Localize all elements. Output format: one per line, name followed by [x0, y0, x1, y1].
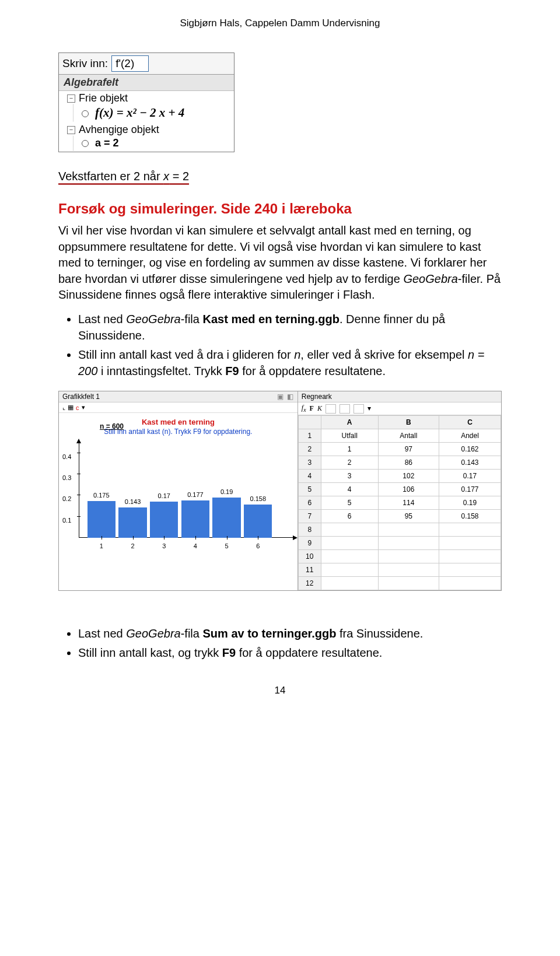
visibility-dot-icon[interactable]: [82, 140, 89, 147]
data-cell[interactable]: 0.177: [439, 482, 501, 496]
window-controls-icon[interactable]: ▣ ◧: [277, 393, 293, 401]
data-cell[interactable]: 3: [321, 469, 378, 482]
bar: [244, 505, 272, 538]
header-cell[interactable]: Andel: [439, 429, 501, 442]
data-cell[interactable]: 0.17: [439, 469, 501, 482]
filename: Kast med en terning.ggb: [202, 313, 339, 325]
n-slider-label[interactable]: n = 600: [100, 422, 124, 430]
empty-cell[interactable]: [321, 523, 378, 536]
free-section-text: Frie objekt: [79, 92, 128, 104]
corner-cell[interactable]: [298, 415, 321, 429]
italic-icon[interactable]: K: [317, 404, 322, 413]
empty-cell[interactable]: [321, 576, 378, 590]
fill-icon[interactable]: [340, 404, 350, 414]
bar-chart: 0.10.20.30.40.17510.14320.1730.17740.195…: [79, 442, 294, 538]
dropdown-arrow-icon[interactable]: ▾: [82, 404, 85, 411]
t: fra Sinussidene.: [336, 627, 423, 640]
header-cell[interactable]: Utfall: [321, 429, 378, 442]
style-c-icon[interactable]: c: [76, 404, 79, 411]
row-head[interactable]: 11: [298, 563, 321, 576]
data-cell[interactable]: 114: [378, 496, 439, 509]
empty-cell[interactable]: [321, 563, 378, 576]
data-cell[interactable]: 0.143: [439, 456, 501, 469]
row-head[interactable]: 7: [298, 509, 321, 523]
collapse-icon[interactable]: −: [67, 126, 75, 134]
graphics-panel-header: Grafikkfelt 1 ▣ ◧: [59, 391, 298, 402]
bar: [181, 500, 209, 538]
empty-cell[interactable]: [378, 549, 439, 563]
border-icon[interactable]: [354, 404, 364, 414]
empty-cell[interactable]: [378, 523, 439, 536]
data-cell[interactable]: 2: [321, 456, 378, 469]
free-item-fx[interactable]: f(x) = x² − 2 x + 4: [73, 104, 229, 121]
dep-item-text: a = 2: [95, 137, 119, 149]
row-head[interactable]: 1: [298, 429, 321, 442]
empty-cell[interactable]: [321, 549, 378, 563]
collapse-icon[interactable]: −: [67, 94, 75, 103]
dropdown-arrow-icon[interactable]: ▾: [368, 404, 371, 413]
graphics-title: Grafikkfelt 1: [62, 393, 100, 401]
data-cell[interactable]: 0.162: [439, 442, 501, 456]
data-cell[interactable]: 6: [321, 509, 378, 523]
empty-cell[interactable]: [439, 576, 501, 590]
empty-cell[interactable]: [321, 536, 378, 549]
data-cell[interactable]: 86: [378, 456, 439, 469]
free-section-label[interactable]: − Frie objekt: [67, 92, 229, 104]
bold-icon[interactable]: F: [310, 404, 314, 413]
y-axis: [79, 442, 79, 538]
t: Still inn antall kast ved å dra i glider…: [78, 348, 294, 361]
t: , eller ved å skrive for eksempel: [300, 348, 468, 361]
axes-icon[interactable]: ⌞: [62, 404, 65, 411]
visibility-dot-icon[interactable]: [82, 110, 89, 117]
row-head[interactable]: 10: [298, 549, 321, 563]
col-c[interactable]: C: [439, 415, 501, 429]
header-cell[interactable]: Antall: [378, 429, 439, 442]
var-n: n: [294, 348, 300, 361]
data-cell[interactable]: 4: [321, 482, 378, 496]
bullet-list-1: Last ned GeoGebra-fila Kast med en terni…: [58, 311, 502, 379]
row-head[interactable]: 3: [298, 456, 321, 469]
fx-label: fx: [302, 404, 306, 413]
dep-section-label[interactable]: − Avhengige objekt: [67, 124, 229, 136]
empty-cell[interactable]: [439, 549, 501, 563]
y-tick: 0.4: [62, 453, 71, 460]
dep-item-a[interactable]: a = 2: [73, 136, 229, 150]
row-head[interactable]: 8: [298, 523, 321, 536]
align-icon[interactable]: [326, 404, 336, 414]
algebra-input[interactable]: f'(2): [111, 55, 149, 72]
row-head[interactable]: 5: [298, 482, 321, 496]
bullet-item-download-1: Last ned GeoGebra-fila Kast med en terni…: [78, 311, 502, 344]
empty-cell[interactable]: [439, 536, 501, 549]
t: -fila: [181, 313, 203, 325]
row-head[interactable]: 12: [298, 576, 321, 590]
y-tick: 0.1: [62, 517, 71, 524]
t: for å oppdatere resultatene.: [239, 365, 386, 377]
data-cell[interactable]: 95: [378, 509, 439, 523]
data-cell[interactable]: 102: [378, 469, 439, 482]
empty-cell[interactable]: [439, 523, 501, 536]
data-cell[interactable]: 0.158: [439, 509, 501, 523]
data-cell[interactable]: 5: [321, 496, 378, 509]
empty-cell[interactable]: [378, 576, 439, 590]
spreadsheet-table[interactable]: A B C 1UtfallAntallAndel21970.16232860.1…: [298, 415, 501, 590]
grid-icon[interactable]: ▦: [68, 404, 74, 411]
paragraph-1: Vi vil her vise hvordan vi kan simulere …: [58, 223, 502, 303]
col-a[interactable]: A: [321, 415, 378, 429]
empty-cell[interactable]: [378, 536, 439, 549]
row-head[interactable]: 4: [298, 469, 321, 482]
data-cell[interactable]: 1: [321, 442, 378, 456]
page-number: 14: [58, 685, 502, 696]
algebra-free-section: − Frie objekt f(x) = x² − 2 x + 4: [59, 91, 234, 122]
graphics-panel: Grafikkfelt 1 ▣ ◧ ⌞ ▦ c ▾ n = 600 Kast m…: [59, 391, 298, 590]
row-head[interactable]: 2: [298, 442, 321, 456]
data-cell[interactable]: 97: [378, 442, 439, 456]
t: GeoGebra: [126, 627, 180, 640]
empty-cell[interactable]: [439, 563, 501, 576]
section-heading: Forsøk og simuleringer. Side 240 i læreb…: [58, 201, 502, 217]
row-head[interactable]: 6: [298, 496, 321, 509]
data-cell[interactable]: 0.19: [439, 496, 501, 509]
empty-cell[interactable]: [378, 563, 439, 576]
row-head[interactable]: 9: [298, 536, 321, 549]
col-b[interactable]: B: [378, 415, 439, 429]
data-cell[interactable]: 106: [378, 482, 439, 496]
